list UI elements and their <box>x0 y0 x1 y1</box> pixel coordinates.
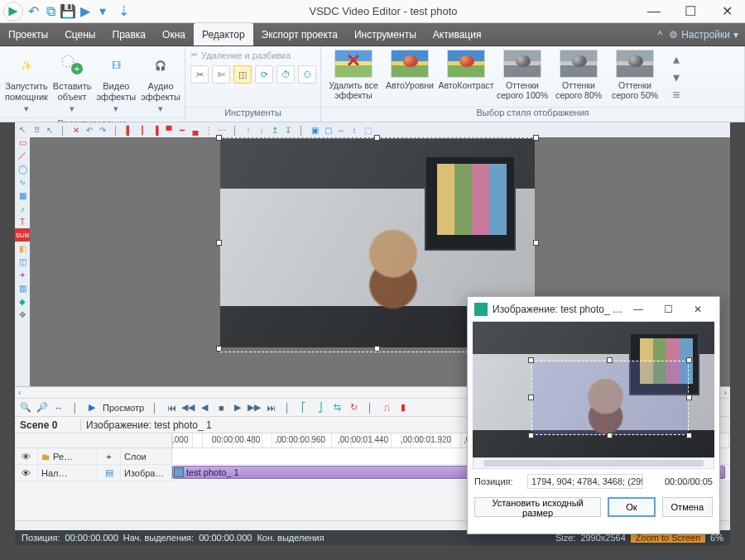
menu-tools[interactable]: Инструменты <box>346 23 425 45</box>
tl-next-icon[interactable]: ▶▶ <box>247 400 262 415</box>
vtool-rect-icon[interactable]: ▭ <box>15 136 30 149</box>
layer-icon[interactable]: ▤ <box>105 467 113 478</box>
htool-align-center-icon[interactable]: ┃ <box>136 122 149 137</box>
plus-icon[interactable]: + <box>106 452 111 462</box>
htool-redo-icon[interactable]: ↷ <box>96 122 109 137</box>
vtool-counter-icon[interactable]: ▥ <box>15 281 30 294</box>
tl-snap-icon[interactable]: ⎍ <box>379 400 394 415</box>
menu-editor[interactable]: Редактор <box>194 23 253 45</box>
dialog-titlebar[interactable]: Изображение: test photo_ 1.... — ☐ ✕ <box>468 297 719 322</box>
tl-prevframe-icon[interactable]: ◀ <box>197 400 212 415</box>
undo-icon[interactable]: ↶ <box>26 4 41 19</box>
htool-grip-icon[interactable]: ⠿ <box>30 122 43 137</box>
vtool-chart-icon[interactable]: ◫ <box>15 255 30 268</box>
thumb-autolevels[interactable]: АвтоУровни <box>384 50 435 107</box>
btn-audio-effects[interactable]: 🎧Аудио эффекты▾ <box>141 50 180 114</box>
tool-volume-icon[interactable]: ⏲ <box>298 65 316 84</box>
app-logo[interactable] <box>3 2 23 22</box>
scene-label[interactable]: Scene 0 <box>15 419 81 431</box>
style-more[interactable]: ▴▾≡ <box>672 46 684 107</box>
minimize-button[interactable]: — <box>636 0 672 23</box>
htool-align-bot-icon[interactable]: ▄ <box>189 122 202 137</box>
tl-loop-icon[interactable]: ↻ <box>346 400 361 415</box>
tool-cut-icon[interactable]: ✂ <box>190 65 209 84</box>
menu-settings[interactable]: ^ ⚙ Настройки ▾ <box>658 23 745 45</box>
vtool-line-icon[interactable]: ／ <box>15 149 30 162</box>
tl-zoomin-icon[interactable]: 🔎 <box>35 400 50 415</box>
dialog-position-field[interactable]: 1794, 904; 4784, 3468; (2990; <box>527 474 643 489</box>
tl-zoomout-icon[interactable]: 🔍 <box>18 400 33 415</box>
btn-video-effects[interactable]: 🎞Видео эффекты▾ <box>96 50 136 114</box>
tool-crop-icon[interactable]: ◫ <box>233 65 252 84</box>
dialog-maximize-button[interactable]: ☐ <box>653 304 683 315</box>
eye-icon[interactable]: 👁 <box>22 452 31 462</box>
tl-mark-out-icon[interactable]: ⎦ <box>313 400 328 415</box>
vtool-subtitle-icon[interactable]: SUB <box>15 228 30 242</box>
vtool-audio-icon[interactable]: ♪ <box>15 202 30 215</box>
menu-windows[interactable]: Окна <box>154 23 194 45</box>
htool-up-icon[interactable]: ↑ <box>242 122 255 137</box>
tl-fit-icon[interactable]: ↔ <box>51 400 66 415</box>
vtool-text-icon[interactable]: T <box>15 215 30 228</box>
qat-dropdown-icon[interactable]: ▾ <box>95 4 110 19</box>
htool-same-w-icon[interactable]: ↔ <box>334 122 348 137</box>
dialog-minimize-button[interactable]: — <box>623 304 653 315</box>
tl-play-icon[interactable]: ▶ <box>84 400 99 415</box>
tl-marker-icon[interactable]: ▮ <box>396 400 411 415</box>
menu-scenes[interactable]: Сцены <box>56 23 103 45</box>
htool-same-h-icon[interactable]: ↕ <box>348 122 361 137</box>
tl-mark-in-icon[interactable]: ⎡ <box>296 400 311 415</box>
dialog-original-size-button[interactable]: Установить исходный размер <box>474 497 601 517</box>
thumb-gray50[interactable]: Оттенки серого 50% <box>609 50 661 107</box>
htool-same-icon[interactable]: ⬚ <box>361 122 374 137</box>
tool-rotate-icon[interactable]: ⟳ <box>255 65 273 84</box>
tl-goto-start-icon[interactable]: ⏮ <box>164 400 179 415</box>
vtool-ellipse-icon[interactable]: ◯ <box>15 162 30 175</box>
close-button[interactable]: ✕ <box>709 0 745 23</box>
save-icon[interactable]: 💾 <box>60 4 75 19</box>
vtool-sprite-icon[interactable]: ◆ <box>15 294 30 308</box>
htool-distrib-h-icon[interactable]: ⋮ <box>202 122 215 137</box>
thumb-gray100[interactable]: Оттенки серого 100% <box>497 50 548 107</box>
btn-insert-object[interactable]: +Вставить объект▾ <box>53 50 92 114</box>
maximize-button[interactable]: ☐ <box>672 0 709 23</box>
tool-razor-icon[interactable]: ✄ <box>212 65 230 84</box>
qat-customize-icon[interactable]: ⇣ <box>116 4 131 19</box>
menu-export[interactable]: Экспорт проекта <box>253 23 346 45</box>
htool-align-left-icon[interactable]: ▌ <box>123 122 136 137</box>
htool-align-top-icon[interactable]: ▀ <box>162 122 175 137</box>
menu-projects[interactable]: Проекты <box>0 23 56 45</box>
thumb-autocontrast[interactable]: АвтоКонтраст <box>440 50 492 107</box>
tl-nextframe-icon[interactable]: ▶ <box>230 400 245 415</box>
htool-distrib-v-icon[interactable]: ⋯ <box>215 122 228 137</box>
dialog-preview[interactable] <box>473 322 714 457</box>
vtool-free-icon[interactable]: ∿ <box>15 175 30 189</box>
htool-delete-icon[interactable]: ✕ <box>70 122 83 137</box>
htool-align-mid-icon[interactable]: ━ <box>175 122 189 137</box>
menu-activation[interactable]: Активация <box>425 23 490 45</box>
tl-stop-icon[interactable]: ■ <box>214 400 228 415</box>
htool-group-icon[interactable]: ▣ <box>308 122 321 137</box>
dialog-cancel-button[interactable]: Отмена <box>662 497 713 517</box>
htool-ungroup-icon[interactable]: ▢ <box>321 122 334 137</box>
copy-icon[interactable]: ⧉ <box>43 4 58 19</box>
vtool-image-icon[interactable]: ▦ <box>15 189 30 202</box>
thumb-gray80[interactable]: Оттенки серого 80% <box>553 50 604 107</box>
dialog-crop-selection[interactable] <box>532 361 688 434</box>
htool-back-icon[interactable]: ↧ <box>281 122 295 137</box>
btn-launch-wizard[interactable]: ✨Запустить помощник▾ <box>5 50 48 114</box>
tool-speed-icon[interactable]: ⏱ <box>276 65 295 84</box>
htool-front-icon[interactable]: ↥ <box>268 122 281 137</box>
tl-prev-icon[interactable]: ◀◀ <box>180 400 195 415</box>
dialog-ok-button[interactable]: Ок <box>608 497 655 517</box>
menu-edit[interactable]: Правка <box>104 23 155 45</box>
htool-align-right-icon[interactable]: ▐ <box>149 122 162 137</box>
htool-cursor-icon[interactable]: ↖ <box>43 122 56 137</box>
dialog-close-button[interactable]: ✕ <box>683 304 713 315</box>
play-icon[interactable]: ▶ <box>78 4 93 19</box>
htool-down-icon[interactable]: ↓ <box>255 122 268 137</box>
tl-link-icon[interactable]: ⇆ <box>329 400 344 415</box>
vtool-anim-icon[interactable]: ✦ <box>15 268 30 281</box>
dialog-scrollbar[interactable] <box>473 457 714 469</box>
tl-goto-end-icon[interactable]: ⏭ <box>263 400 278 415</box>
